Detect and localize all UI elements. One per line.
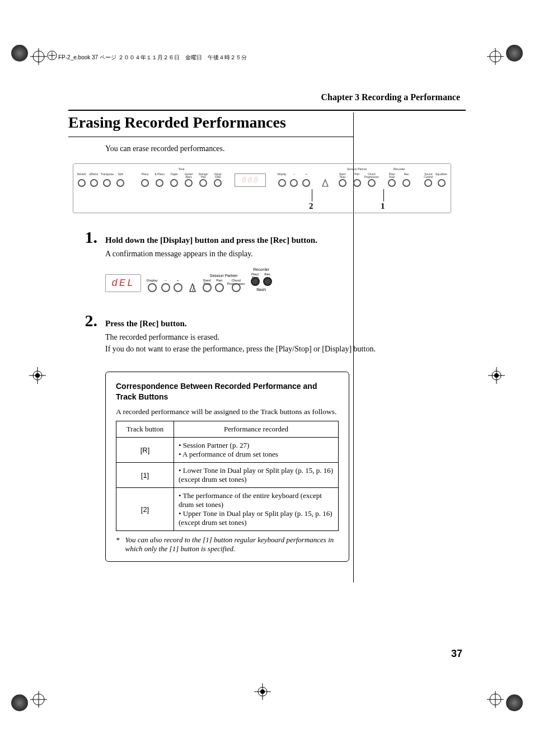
panel-button: – (289, 173, 299, 187)
footnote-text: You can also record to the [1] button re… (125, 536, 339, 553)
mini-button: Play/ Stop (251, 273, 260, 286)
minus-button-icon (161, 283, 170, 292)
mini-plus-label: + (177, 279, 179, 283)
panel-button-icon (438, 179, 446, 187)
panel-button: Chord Progression (366, 173, 378, 187)
display-button-icon (148, 283, 157, 292)
print-badge-top-left (11, 45, 28, 62)
step-2-text: The recorded performance is erased.If yo… (105, 332, 450, 355)
info-box: Correspondence Between Recorded Performa… (105, 372, 349, 562)
panel-button: Start/ Stop (336, 173, 349, 187)
table-row: [1]• Lower Tone in Dual play or Split pl… (116, 463, 339, 488)
chapter-title: Chapter 3 Recording a Performance (68, 92, 466, 102)
info-lead: A recorded performance will be assigned … (116, 407, 339, 416)
registration-mark-icon (30, 691, 47, 708)
mini-button: Rec (263, 273, 272, 286)
panel-display: 888 (235, 173, 266, 187)
step-1-text: A confirmation message appears in the di… (105, 248, 450, 260)
play-stop-button-icon (251, 277, 260, 286)
panel-button-icon (302, 179, 310, 187)
book-header-note: FP-2_e.book 37 ページ ２００４年１１月２６日 金曜日 午後４時２… (58, 54, 247, 62)
footnote-mark: * (116, 536, 120, 553)
panel-button: Rec (400, 173, 413, 187)
panel-button-icon (170, 179, 178, 187)
mini-display-text: dEL (111, 278, 134, 289)
registration-mark-icon (30, 48, 47, 65)
metronome-icon (188, 283, 197, 292)
panel-button-icon (339, 179, 346, 187)
track-button-cell: [1] (116, 463, 174, 488)
panel-button-icon (199, 179, 207, 187)
panel-button: Sound Control (424, 173, 434, 187)
panel-button-icon (368, 179, 376, 187)
panel-button-icon (78, 179, 86, 187)
step-1-mini-panel: dEL Display – + Session Partner Start/ S… (105, 267, 450, 292)
panel-button: Display (277, 173, 287, 187)
panel-button-icon (103, 179, 111, 187)
panel-button-icon (353, 179, 361, 187)
mini-recorder-title: Recorder (253, 267, 269, 271)
registration-mark-icon (487, 48, 504, 65)
callout-1: 1 (381, 201, 385, 211)
registration-mark-icon (487, 691, 504, 708)
mini-button: Chord Progression (227, 279, 245, 292)
print-badge-top-right (506, 45, 523, 62)
panel-button: E.Piano (153, 173, 166, 187)
panel-button: Voice/ GM2 (212, 173, 224, 187)
panel-button: Effects (89, 173, 99, 187)
panel-button-icon (116, 179, 124, 187)
metronome-icon (320, 173, 330, 187)
mini-display-btn-label: Display (147, 279, 158, 283)
panel-button: Strings/ Pad (197, 173, 209, 187)
flash-label: flash (256, 287, 266, 292)
th-performance: Performance recorded (174, 421, 339, 438)
svg-marker-27 (322, 180, 328, 186)
panel-button: Transpose (101, 173, 113, 187)
track-button-cell: [2] (116, 488, 174, 531)
rec-button-icon (263, 277, 272, 286)
button-icon (232, 283, 241, 292)
step-1-heading: Hold down the [Display] button and press… (105, 236, 450, 245)
callout-2: 2 (309, 201, 313, 211)
mini-session-title: Session Partner (210, 274, 238, 278)
table-row: [R]• Session Partner (p. 27)• A performa… (116, 438, 339, 463)
panel-button: Split (115, 173, 125, 187)
panel-button-icon (214, 179, 222, 187)
track-button-cell: [R] (116, 438, 174, 463)
panel-button-icon (388, 179, 396, 187)
info-heading: Correspondence Between Recorded Performa… (116, 381, 339, 403)
plus-button-icon (174, 283, 182, 292)
panel-button-icon (90, 179, 98, 187)
panel-button-icon (402, 179, 410, 187)
mini-button: Start/ Stop (203, 279, 212, 292)
panel-button: Part (351, 173, 363, 187)
step-number-1: 1 (75, 229, 97, 246)
panel-button: Piano (139, 173, 151, 187)
framemaker-marker-icon (47, 50, 57, 63)
page-number: 37 (451, 648, 462, 660)
registration-mark-icon (29, 367, 46, 384)
performance-cell: • The performance of the entire keyboard… (174, 488, 339, 531)
step-number-2: 2 (75, 312, 97, 329)
button-icon (203, 283, 212, 292)
mini-minus-label: – (165, 279, 166, 283)
panel-diagram: ReverbEffectsTransposeSplitTonePianoE.Pi… (73, 163, 451, 213)
th-track-button: Track button (116, 421, 174, 438)
table-row: [2]• The performance of the entire keybo… (116, 488, 339, 531)
track-table: Track button Performance recorded [R]• S… (116, 421, 339, 531)
registration-mark-icon (488, 367, 505, 384)
print-badge-bottom-left (11, 694, 28, 711)
panel-button: + (301, 173, 311, 187)
performance-cell: • Lower Tone in Dual play or Split play … (174, 463, 339, 488)
panel-button-icon (156, 179, 163, 187)
step-2-heading: Press the [Rec] button. (105, 319, 450, 328)
panel-button-icon (290, 179, 298, 187)
panel-button: Play/ Stop (386, 173, 398, 187)
panel-button: Reverb (77, 173, 87, 187)
button-icon (215, 283, 224, 292)
panel-button-icon (278, 179, 286, 187)
mini-button: Part (215, 279, 224, 292)
print-badge-bottom-right (506, 694, 523, 711)
panel-button: Guitar/ Bass (182, 173, 195, 187)
panel-button-icon (185, 179, 193, 187)
